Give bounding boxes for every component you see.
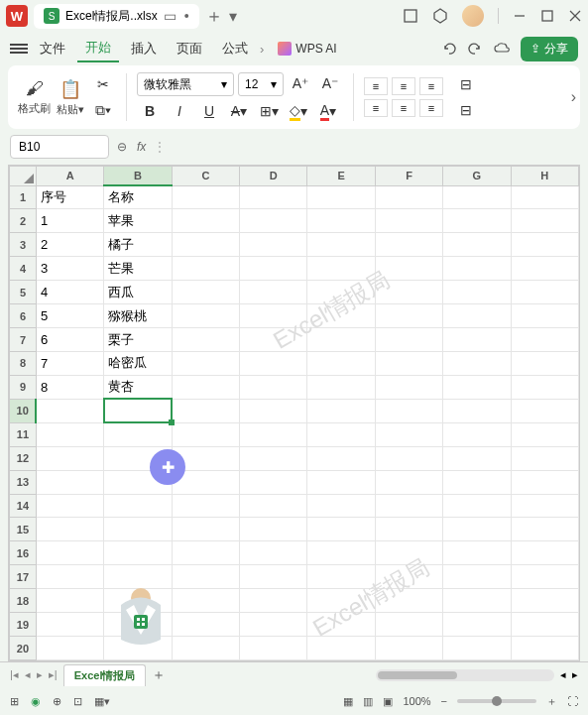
cloud-icon[interactable] xyxy=(493,42,511,56)
undo-button[interactable] xyxy=(441,41,457,57)
cell[interactable] xyxy=(36,422,103,446)
cell[interactable] xyxy=(172,494,239,518)
scroll-right-icon[interactable]: ▸ xyxy=(572,668,578,681)
document-tab[interactable]: S Excel情报局..xlsx ▭ • xyxy=(34,4,199,29)
cell[interactable] xyxy=(307,257,375,281)
cell[interactable] xyxy=(511,541,578,565)
cell[interactable] xyxy=(307,375,375,399)
cell[interactable] xyxy=(443,470,511,494)
cell[interactable] xyxy=(307,637,375,660)
cell[interactable] xyxy=(375,589,442,613)
cell[interactable] xyxy=(240,541,307,565)
cell[interactable] xyxy=(307,304,375,328)
add-sheet-button[interactable]: ＋ xyxy=(152,666,166,684)
italic-button[interactable]: I xyxy=(167,100,192,122)
redo-button[interactable] xyxy=(467,41,483,57)
cell[interactable] xyxy=(104,494,172,518)
sheet-nav-first[interactable]: |◂ xyxy=(10,668,19,681)
cell[interactable] xyxy=(172,257,239,281)
cell[interactable] xyxy=(307,352,375,376)
cell[interactable] xyxy=(307,589,375,613)
cell[interactable] xyxy=(375,518,442,541)
scroll-left-icon[interactable]: ◂ xyxy=(560,668,566,681)
cell[interactable] xyxy=(307,470,375,494)
cell[interactable] xyxy=(104,541,172,565)
cell[interactable] xyxy=(172,233,239,257)
cell[interactable] xyxy=(240,257,307,281)
cell[interactable] xyxy=(375,494,442,518)
col-header-D[interactable]: D xyxy=(240,167,307,186)
cell[interactable] xyxy=(375,446,442,470)
align-left-button[interactable]: ≡ xyxy=(364,99,388,117)
cell[interactable] xyxy=(240,470,307,494)
cell[interactable] xyxy=(375,352,442,376)
cell[interactable]: 名称 xyxy=(104,185,172,209)
row-header[interactable]: 8 xyxy=(10,352,37,376)
cell[interactable]: 1 xyxy=(36,209,103,233)
row-header[interactable]: 12 xyxy=(10,446,37,470)
cell[interactable] xyxy=(307,565,375,589)
zoom-value[interactable]: 100% xyxy=(403,695,430,707)
hexagon-icon[interactable] xyxy=(432,8,448,24)
underline-button[interactable]: U xyxy=(196,100,222,122)
fill-color-button[interactable]: ◇▾ xyxy=(286,100,311,122)
row-header[interactable]: 5 xyxy=(10,281,37,304)
col-header-E[interactable]: E xyxy=(307,167,375,186)
status-icon-1[interactable]: ⊞ xyxy=(10,695,19,708)
cell[interactable]: 序号 xyxy=(36,185,103,209)
cell[interactable] xyxy=(375,613,442,637)
cell[interactable] xyxy=(172,613,239,637)
cell[interactable]: 7 xyxy=(36,352,103,376)
font-color-button[interactable]: A▾ xyxy=(315,100,341,122)
cell[interactable]: 苹果 xyxy=(104,209,172,233)
cell[interactable] xyxy=(511,399,578,422)
cell[interactable] xyxy=(511,328,578,352)
row-header[interactable]: 6 xyxy=(10,304,37,328)
hamburger-menu-icon[interactable] xyxy=(10,44,28,54)
select-all-corner[interactable] xyxy=(10,167,37,186)
cell[interactable] xyxy=(172,422,239,446)
bold-button[interactable]: B xyxy=(137,100,163,122)
cell[interactable] xyxy=(104,422,172,446)
cell[interactable] xyxy=(511,613,578,637)
cell[interactable]: 2 xyxy=(36,233,103,257)
cell[interactable] xyxy=(36,613,103,637)
cell[interactable] xyxy=(375,185,442,209)
cell[interactable] xyxy=(172,589,239,613)
cell[interactable] xyxy=(36,470,103,494)
cell[interactable]: 3 xyxy=(36,257,103,281)
spreadsheet-grid[interactable]: A B C D E F G H 1序号名称21苹果32橘子43芒果54西瓜65猕… xyxy=(8,165,580,661)
cell[interactable] xyxy=(240,399,307,422)
record-icon[interactable]: ◉ xyxy=(31,695,41,708)
cell[interactable] xyxy=(443,304,511,328)
zoom-slider[interactable] xyxy=(457,699,536,703)
cell[interactable] xyxy=(240,304,307,328)
cell[interactable] xyxy=(375,637,442,660)
cell[interactable] xyxy=(443,233,511,257)
row-header[interactable]: 20 xyxy=(10,637,37,660)
name-box[interactable]: B10 xyxy=(10,135,109,159)
row-header[interactable]: 3 xyxy=(10,233,37,257)
file-menu[interactable]: 文件 xyxy=(32,36,73,61)
status-icon-2[interactable]: ⊕ xyxy=(53,695,61,708)
cell[interactable] xyxy=(511,209,578,233)
cell[interactable] xyxy=(443,257,511,281)
cell[interactable] xyxy=(172,518,239,541)
cell[interactable] xyxy=(443,541,511,565)
cell[interactable] xyxy=(443,375,511,399)
cell[interactable] xyxy=(443,565,511,589)
cell[interactable] xyxy=(511,518,578,541)
cell[interactable] xyxy=(172,541,239,565)
sheet-nav-prev[interactable]: ◂ xyxy=(25,668,31,681)
col-header-G[interactable]: G xyxy=(443,167,511,186)
share-button[interactable]: ⇪ 分享 xyxy=(521,37,578,61)
cell[interactable] xyxy=(307,233,375,257)
align-right-button[interactable]: ≡ xyxy=(419,99,443,117)
cell[interactable] xyxy=(240,518,307,541)
cell[interactable] xyxy=(511,589,578,613)
row-header[interactable]: 10 xyxy=(10,399,37,422)
cell[interactable] xyxy=(36,494,103,518)
cell[interactable] xyxy=(307,399,375,422)
row-header[interactable]: 2 xyxy=(10,209,37,233)
cell[interactable] xyxy=(443,399,511,422)
